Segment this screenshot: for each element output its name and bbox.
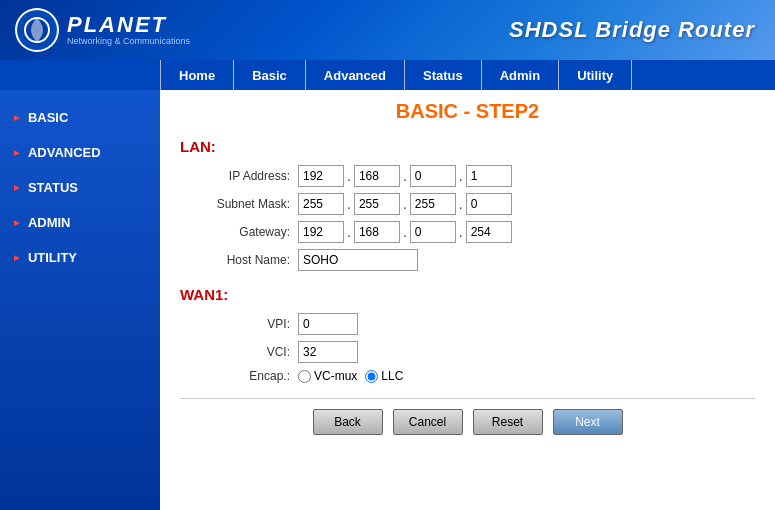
subnet-dot-2: .	[402, 196, 408, 212]
subnet-mask-c[interactable]	[410, 193, 456, 215]
header-title: SHDSL Bridge Router	[509, 17, 755, 43]
sidebar-label-admin: ADMIN	[28, 215, 71, 230]
bottom-buttons: Back Cancel Reset Next	[180, 409, 755, 435]
vci-row: VCI:	[180, 341, 755, 363]
layout: ► BASIC ► ADVANCED ► STATUS ► ADMIN ► UT…	[0, 90, 775, 510]
vci-label: VCI:	[180, 345, 290, 359]
ip-address-a[interactable]	[298, 165, 344, 187]
back-button[interactable]: Back	[313, 409, 383, 435]
gateway-b[interactable]	[354, 221, 400, 243]
sidebar-item-admin[interactable]: ► ADMIN	[0, 205, 160, 240]
logo-text-area: PLANET Networking & Communications	[67, 14, 190, 46]
host-name-row: Host Name:	[180, 249, 755, 271]
arrow-icon: ►	[12, 182, 22, 193]
subnet-mask-group: . . .	[298, 193, 512, 215]
gateway-d[interactable]	[466, 221, 512, 243]
sidebar-item-status[interactable]: ► STATUS	[0, 170, 160, 205]
sidebar: ► BASIC ► ADVANCED ► STATUS ► ADMIN ► UT…	[0, 90, 160, 510]
brand-name: PLANET	[67, 14, 190, 36]
sidebar-label-advanced: ADVANCED	[28, 145, 101, 160]
sidebar-label-basic: BASIC	[28, 110, 68, 125]
sidebar-item-advanced[interactable]: ► ADVANCED	[0, 135, 160, 170]
sidebar-item-utility[interactable]: ► UTILITY	[0, 240, 160, 275]
brand-sub: Networking & Communications	[67, 36, 190, 46]
gateway-a[interactable]	[298, 221, 344, 243]
reset-button[interactable]: Reset	[473, 409, 543, 435]
nav-utility[interactable]: Utility	[559, 60, 632, 90]
llc-text: LLC	[381, 369, 403, 383]
divider	[180, 398, 755, 399]
subnet-mask-label: Subnet Mask:	[180, 197, 290, 211]
subnet-dot-3: .	[458, 196, 464, 212]
arrow-icon: ►	[12, 112, 22, 123]
subnet-dot-1: .	[346, 196, 352, 212]
logo-inner	[17, 10, 57, 50]
encap-radio-group: VC-mux LLC	[298, 369, 403, 383]
host-name-input[interactable]	[298, 249, 418, 271]
ip-address-group: . . .	[298, 165, 512, 187]
main-content: BASIC - STEP2 LAN: IP Address: . . . S	[160, 90, 775, 510]
nav-status[interactable]: Status	[405, 60, 482, 90]
vpi-input[interactable]	[298, 313, 358, 335]
gw-dot-3: .	[458, 224, 464, 240]
llc-radio[interactable]	[365, 370, 378, 383]
wan1-section-label: WAN1:	[180, 286, 755, 303]
encap-row: Encap.: VC-mux LLC	[180, 369, 755, 383]
logo-area: PLANET Networking & Communications	[15, 8, 190, 52]
host-name-label: Host Name:	[180, 253, 290, 267]
cancel-button[interactable]: Cancel	[393, 409, 463, 435]
ip-address-d[interactable]	[466, 165, 512, 187]
ip-address-label: IP Address:	[180, 169, 290, 183]
ip-address-b[interactable]	[354, 165, 400, 187]
subnet-mask-b[interactable]	[354, 193, 400, 215]
next-button[interactable]: Next	[553, 409, 623, 435]
gw-dot-1: .	[346, 224, 352, 240]
sidebar-item-basic[interactable]: ► BASIC	[0, 100, 160, 135]
logo-circle	[15, 8, 59, 52]
lan-section-label: LAN:	[180, 138, 755, 155]
vpi-label: VPI:	[180, 317, 290, 331]
arrow-icon: ►	[12, 217, 22, 228]
wan1-section: WAN1: VPI: VCI: Encap.: VC-mux	[180, 286, 755, 383]
nav-advanced[interactable]: Advanced	[306, 60, 405, 90]
ip-dot-1: .	[346, 168, 352, 184]
sidebar-label-status: STATUS	[28, 180, 78, 195]
nav-home[interactable]: Home	[160, 60, 234, 90]
subnet-mask-d[interactable]	[466, 193, 512, 215]
header: PLANET Networking & Communications SHDSL…	[0, 0, 775, 60]
ip-dot-3: .	[458, 168, 464, 184]
gateway-c[interactable]	[410, 221, 456, 243]
vpi-row: VPI:	[180, 313, 755, 335]
encap-label: Encap.:	[180, 369, 290, 383]
llc-label[interactable]: LLC	[365, 369, 403, 383]
arrow-icon: ►	[12, 252, 22, 263]
ip-address-row: IP Address: . . .	[180, 165, 755, 187]
vci-input[interactable]	[298, 341, 358, 363]
gateway-row: Gateway: . . .	[180, 221, 755, 243]
ip-dot-2: .	[402, 168, 408, 184]
vcmux-label[interactable]: VC-mux	[298, 369, 357, 383]
lan-section: LAN: IP Address: . . . Subnet Mask:	[180, 138, 755, 271]
vcmux-text: VC-mux	[314, 369, 357, 383]
nav-admin[interactable]: Admin	[482, 60, 559, 90]
page-title: BASIC - STEP2	[180, 100, 755, 123]
subnet-mask-row: Subnet Mask: . . .	[180, 193, 755, 215]
subnet-mask-a[interactable]	[298, 193, 344, 215]
vcmux-radio[interactable]	[298, 370, 311, 383]
ip-address-c[interactable]	[410, 165, 456, 187]
gateway-group: . . .	[298, 221, 512, 243]
gw-dot-2: .	[402, 224, 408, 240]
nav-bar: Home Basic Advanced Status Admin Utility	[0, 60, 775, 90]
arrow-icon: ►	[12, 147, 22, 158]
sidebar-label-utility: UTILITY	[28, 250, 77, 265]
gateway-label: Gateway:	[180, 225, 290, 239]
nav-basic[interactable]: Basic	[234, 60, 306, 90]
